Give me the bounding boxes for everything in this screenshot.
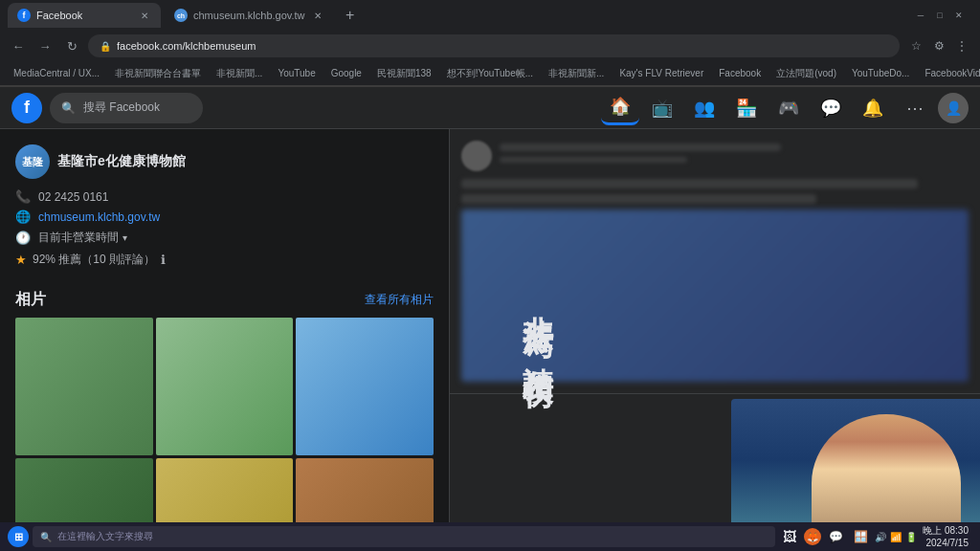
bookmark-fbvideo[interactable]: FacebookVideo D... — [919, 66, 980, 80]
fb-search-box[interactable]: 🔍 搜尋 Facebook — [50, 93, 203, 123]
fb-logo[interactable]: f — [11, 93, 42, 123]
taskbar-icon-4[interactable]: 🪟 — [850, 526, 871, 547]
fb-nav-marketplace[interactable]: 🏪 — [727, 91, 766, 125]
fb-nav-feed[interactable]: 🎮 — [769, 91, 808, 125]
bookmark-news2[interactable]: 非視新聞... — [211, 65, 268, 82]
rating-row: ★ 92% 推薦（10 則評論） ℹ — [15, 249, 434, 271]
blurred-line-1d — [461, 194, 816, 204]
close-button[interactable]: ✕ — [953, 10, 965, 21]
bookmark-youtube[interactable]: YouTube — [272, 66, 321, 80]
globe-icon: 🌐 — [15, 209, 31, 224]
star-icon: ★ — [15, 253, 27, 267]
fb-nav-icons: 🏠 📺 👥 🏪 🎮 💬 🔔 ⋯ 👤 — [601, 91, 969, 125]
taskbar-app-icons: 🖼 🦊 💬 🪟 — [779, 526, 871, 547]
browser-chrome: f Facebook ✕ ch chmuseum.klchb.gov.tw ✕ … — [0, 0, 980, 87]
tray-icon-3: 🔋 — [905, 532, 917, 542]
system-tray: 🔊 📶 🔋 — [875, 532, 917, 542]
website-info-row: 🌐 chmuseum.klchb.gov.tw — [15, 207, 434, 227]
taskbar-icon-2[interactable]: 🦊 — [804, 528, 821, 545]
bookmark-news1[interactable]: 非視新聞聯合台書單 — [109, 65, 207, 82]
hours-info-row: 🕐 目前非營業時間 ▾ — [15, 227, 434, 249]
lock-icon: 🔒 — [100, 41, 111, 52]
bookmark-ytdl[interactable]: YouTubeDo... — [846, 66, 915, 80]
address-bar[interactable]: 🔒 facebook.com/klchbemuseum — [88, 34, 900, 57]
taskbar-clock[interactable]: 晚上 08:30 2024/7/15 — [923, 524, 972, 549]
rating-info-icon[interactable]: ℹ — [161, 253, 166, 267]
blurred-line-1b — [500, 157, 687, 163]
fb-left-panel: 基隆 基隆市e化健康博物館 📞 02 2425 0161 🌐 chmuseum.… — [0, 129, 450, 551]
bookmark-legislature[interactable]: 立法問題(vod) — [770, 65, 842, 82]
address-text: facebook.com/klchbemuseum — [117, 40, 256, 52]
blurred-line-1c — [461, 179, 918, 188]
toolbar-icons: ☆ ⚙ ⋮ — [905, 35, 972, 56]
tab-bar: f Facebook ✕ ch chmuseum.klchb.gov.tw ✕ … — [0, 0, 980, 31]
search-icon-taskbar: 🔍 — [40, 532, 52, 542]
taskbar-icon-1[interactable]: 🖼 — [779, 526, 800, 547]
fb-navbar: f 🔍 搜尋 Facebook 🏠 📺 👥 🏪 🎮 💬 🔔 ⋯ 👤 — [0, 87, 980, 129]
hours-toggle[interactable]: 目前非營業時間 ▾ — [38, 230, 127, 246]
page-name-row: 基隆 基隆市e化健康博物館 — [15, 144, 434, 179]
page-name: 基隆市e化健康博物館 — [57, 153, 186, 170]
bookmark-msnews[interactable]: 民視新聞138 — [371, 65, 437, 82]
bookmark-news3[interactable]: 非視新聞新... — [543, 65, 610, 82]
taskbar-time: 晚上 08:30 — [923, 524, 969, 537]
taskbar-icon-3[interactable]: 💬 — [825, 526, 846, 547]
bookmark-facebook[interactable]: Facebook — [713, 66, 767, 80]
fb-nav-watch[interactable]: 📺 — [643, 91, 681, 125]
tray-icon-1: 🔊 — [875, 532, 886, 542]
taskbar-search[interactable]: 🔍 在這裡輸入文字來搜尋 — [33, 526, 775, 547]
chevron-down-icon: ▾ — [122, 232, 127, 243]
fb-nav-home[interactable]: 🏠 — [601, 91, 639, 125]
fb-nav-messenger[interactable]: 💬 — [812, 91, 850, 125]
maximize-button[interactable]: □ — [934, 10, 946, 21]
tab-facebook[interactable]: f Facebook ✕ — [8, 3, 161, 28]
fb-nav-groups[interactable]: 👥 — [685, 91, 724, 125]
photo-cell-1[interactable] — [15, 318, 153, 455]
facebook-favicon: f — [17, 9, 31, 22]
bookmark-icon[interactable]: ☆ — [905, 35, 926, 56]
bookmark-google[interactable]: Google — [325, 66, 368, 80]
photos-title: 相片 — [15, 290, 46, 310]
bookmark-youtube2[interactable]: 想不到!YouTube帳... — [441, 65, 539, 82]
extensions-icon[interactable]: ⚙ — [928, 35, 949, 56]
fb-user-avatar[interactable]: 👤 — [938, 93, 969, 123]
photos-header: 相片 查看所有相片 — [15, 290, 434, 310]
page-info-section: 基隆 基隆市e化健康博物館 📞 02 2425 0161 🌐 chmuseum.… — [15, 137, 434, 278]
refresh-button[interactable]: ↻ — [61, 35, 82, 56]
tab-chmuseum-close[interactable]: ✕ — [311, 9, 324, 22]
website-link[interactable]: chmuseum.klchb.gov.tw — [38, 210, 160, 224]
phone-icon: 📞 — [15, 189, 31, 204]
chmuseum-favicon: ch — [174, 9, 188, 22]
new-tab-button[interactable]: + — [338, 3, 363, 28]
phone-info-row: 📞 02 2425 0161 — [15, 187, 434, 207]
back-button[interactable]: ← — [8, 35, 29, 56]
fb-main-content: 基隆 基隆市e化健康博物館 📞 02 2425 0161 🌐 chmuseum.… — [0, 129, 980, 551]
photo-2 — [156, 318, 294, 455]
page-avatar: 基隆 — [15, 144, 50, 179]
taskbar-date: 2024/7/15 — [923, 537, 969, 549]
photo-cell-3[interactable] — [296, 318, 434, 455]
search-input-placeholder: 搜尋 Facebook — [83, 99, 160, 116]
fb-right-panel: 非法行為 請勿模仿 — [450, 129, 980, 551]
tab-chmuseum[interactable]: ch chmuseum.klchb.gov.tw ✕ — [165, 3, 334, 28]
see-all-photos-link[interactable]: 查看所有相片 — [365, 292, 434, 308]
bookmark-mediacental[interactable]: MediaCentral / UX... — [8, 66, 105, 80]
page-avatar-text: 基隆 — [22, 155, 43, 169]
bookmark-flv[interactable]: Kay's FLV Retriever — [613, 66, 709, 80]
photo-cell-2[interactable] — [156, 318, 294, 455]
notice-text: 非法行為 請勿模仿 — [520, 292, 556, 357]
fb-nav-notifications[interactable]: 🔔 — [854, 91, 892, 125]
menu-icon[interactable]: ⋮ — [951, 35, 972, 56]
address-bar-row: ← → ↻ 🔒 facebook.com/klchbemuseum ☆ ⚙ ⋮ — [0, 31, 980, 61]
minimize-button[interactable]: ─ — [915, 10, 926, 21]
fb-nav-appmenu[interactable]: ⋯ — [896, 91, 934, 125]
taskbar: ⊞ 🔍 在這裡輸入文字來搜尋 🖼 🦊 💬 🪟 🔊 📶 🔋 晚上 08:30 20… — [0, 522, 980, 551]
blurred-avatar-row-1 — [461, 141, 969, 171]
start-button[interactable]: ⊞ — [8, 526, 29, 547]
blurred-line-1a — [500, 143, 781, 151]
tab-facebook-close[interactable]: ✕ — [138, 9, 151, 22]
forward-button[interactable]: → — [34, 35, 56, 56]
blurred-avatar-1 — [461, 141, 492, 171]
bookmarks-bar: MediaCentral / UX... 非視新聞聯合台書單 非視新聞... Y… — [0, 61, 980, 86]
illegal-notice-overlay: 非法行為 請勿模仿 — [450, 273, 627, 376]
